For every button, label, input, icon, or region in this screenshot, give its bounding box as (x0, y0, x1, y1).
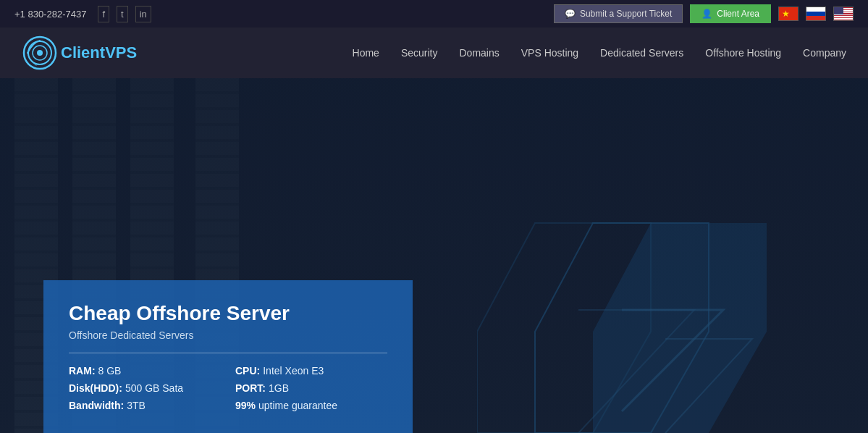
nav-item-domains[interactable]: Domains (459, 46, 499, 59)
spec-uptime-value: uptime guarantee (258, 400, 337, 411)
card-title: Cheap Offshore Server (69, 302, 387, 325)
spec-cpu: CPU: Intel Xeon E3 (235, 365, 387, 377)
nav-link-offshore[interactable]: Offshore Hosting (705, 47, 781, 59)
spec-uptime: 99% uptime guarantee (235, 400, 387, 411)
flag-usa[interactable] (833, 7, 854, 21)
nav-item-vps[interactable]: VPS Hosting (521, 46, 578, 59)
nav-item-offshore[interactable]: Offshore Hosting (705, 46, 781, 59)
spec-ram-label: RAM: (69, 365, 96, 377)
svg-point-3 (37, 50, 43, 56)
spec-bandwidth-value: 3TB (127, 400, 146, 411)
nav-item-company[interactable]: Company (803, 46, 846, 59)
phone-number: +1 830-282-7437 (14, 9, 86, 20)
top-bar-left: +1 830-282-7437 f t in (14, 6, 151, 22)
spec-cpu-value: Intel Xeon E3 (263, 365, 324, 377)
nav-link-domains[interactable]: Domains (459, 47, 499, 59)
nav-link-home[interactable]: Home (353, 47, 379, 59)
card-divider (69, 353, 387, 353)
spec-port: PORT: 1GB (235, 382, 387, 394)
logo-icon (22, 35, 58, 71)
spec-bandwidth: Bandwidth: 3TB (69, 400, 221, 411)
top-bar-right: 💬 Submit a Support Ticket 👤 Client Area (554, 4, 854, 23)
nav-link-security[interactable]: Security (401, 47, 438, 59)
spec-bandwidth-label: Bandwidth: (69, 400, 124, 411)
spec-ram: RAM: 8 GB (69, 365, 221, 377)
info-card: Cheap Offshore Server Offshore Dedicated… (43, 280, 413, 433)
spec-ram-value: 8 GB (98, 365, 122, 377)
logo-prefix: Client (61, 43, 105, 62)
top-bar: +1 830-282-7437 f t in 💬 Submit a Suppor… (0, 0, 868, 28)
flag-russia[interactable] (806, 7, 826, 21)
spec-uptime-label: 99% (235, 400, 256, 411)
spec-disk: Disk(HDD): 500 GB Sata (69, 382, 221, 394)
nav-item-home[interactable]: Home (353, 46, 379, 59)
user-icon: 👤 (701, 9, 712, 19)
card-subtitle: Offshore Dedicated Servers (69, 329, 387, 341)
nav-item-dedicated[interactable]: Dedicated Servers (600, 46, 683, 59)
logo-suffix: VPS (105, 43, 137, 62)
logo[interactable]: ClientVPS (22, 35, 137, 71)
support-ticket-button[interactable]: 💬 Submit a Support Ticket (554, 4, 683, 23)
spec-port-value: 1GB (269, 382, 289, 394)
nav-links: Home Security Domains VPS Hosting Dedica… (353, 46, 846, 59)
chat-icon: 💬 (565, 9, 576, 19)
spec-port-label: PORT: (235, 382, 266, 394)
nav-link-company[interactable]: Company (803, 47, 846, 59)
hero-section: Cheap Offshore Server Offshore Dedicated… (0, 78, 868, 433)
flag-china[interactable] (778, 7, 799, 21)
logo-text: ClientVPS (61, 43, 137, 62)
spec-disk-value: 500 GB Sata (125, 382, 183, 394)
facebook-icon[interactable]: f (98, 6, 109, 22)
nav-link-dedicated[interactable]: Dedicated Servers (600, 47, 683, 59)
linkedin-icon[interactable]: in (135, 6, 151, 22)
nav-link-vps[interactable]: VPS Hosting (521, 47, 578, 59)
spec-cpu-label: CPU: (235, 365, 260, 377)
nav-bar: ClientVPS Home Security Domains VPS Host… (0, 28, 868, 78)
twitter-icon[interactable]: t (117, 6, 128, 22)
spec-disk-label: Disk(HDD): (69, 382, 122, 394)
card-specs: RAM: 8 GB CPU: Intel Xeon E3 Disk(HDD): … (69, 365, 387, 411)
nav-item-security[interactable]: Security (401, 46, 438, 59)
client-area-button[interactable]: 👤 Client Area (690, 4, 771, 23)
social-icons: f t in (98, 6, 151, 22)
